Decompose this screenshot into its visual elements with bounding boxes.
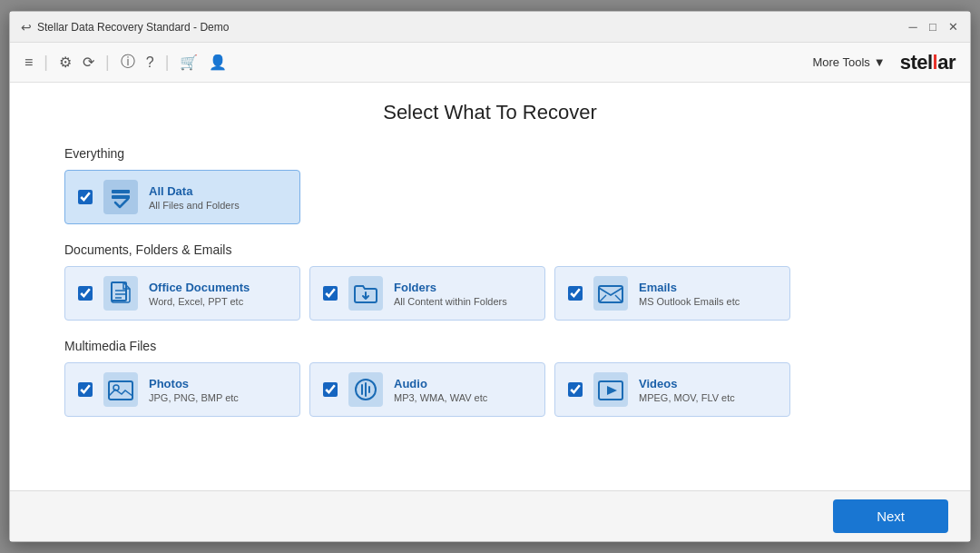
more-tools-label: More Tools	[812, 55, 869, 69]
videos-icon	[593, 372, 628, 407]
checkbox-folders[interactable]	[323, 286, 338, 301]
card-all-data[interactable]: All Data All Files and Folders	[64, 170, 300, 224]
multimedia-cards-row: Photos JPG, PNG, BMP etc	[64, 362, 916, 417]
svg-marker-11	[607, 386, 617, 395]
section-everything: Everything All Data A	[64, 146, 916, 224]
card-office-docs[interactable]: Office Documents Word, Excel, PPT etc	[64, 266, 300, 321]
all-data-title: All Data	[149, 184, 240, 198]
all-data-text: All Data All Files and Folders	[149, 184, 240, 211]
separator-1: |	[44, 53, 48, 72]
audio-subtitle: MP3, WMA, WAV etc	[394, 392, 487, 403]
toolbar-right: More Tools ▼ stellar	[812, 51, 956, 74]
window-controls: ─ □ ✕	[906, 21, 959, 34]
checkbox-audio-input[interactable]	[323, 382, 338, 397]
page-title: Select What To Recover	[64, 101, 916, 124]
office-docs-text: Office Documents Word, Excel, PPT etc	[149, 281, 250, 307]
cart-icon[interactable]: 🛒	[180, 54, 198, 71]
user-icon[interactable]: 👤	[209, 54, 227, 71]
checkbox-audio[interactable]	[323, 382, 338, 397]
section-multimedia: Multimedia Files Photos	[64, 339, 916, 417]
photos-subtitle: JPG, PNG, BMP etc	[149, 392, 239, 403]
card-photos[interactable]: Photos JPG, PNG, BMP etc	[64, 362, 300, 417]
folders-icon	[348, 276, 383, 311]
office-docs-title: Office Documents	[149, 281, 250, 294]
photos-title: Photos	[149, 377, 239, 390]
logo-accent: l	[933, 51, 938, 74]
stellar-logo: stellar	[900, 51, 956, 74]
history-icon[interactable]: ⟳	[83, 54, 94, 71]
checkbox-office-docs[interactable]	[78, 286, 93, 301]
documents-cards-row: Office Documents Word, Excel, PPT etc	[64, 266, 916, 321]
toolbar-left: ≡ | ⚙ ⟳ | ⓘ ? | 🛒 👤	[24, 53, 227, 72]
photos-icon	[103, 372, 138, 407]
all-data-icon	[103, 180, 138, 214]
videos-title: Videos	[639, 377, 735, 390]
checkbox-photos-input[interactable]	[78, 382, 93, 397]
next-button[interactable]: Next	[833, 499, 948, 533]
folders-text: Folders All Content within Folders	[394, 281, 507, 307]
more-tools-arrow: ▼	[874, 55, 886, 69]
emails-icon	[593, 276, 628, 311]
checkbox-emails-input[interactable]	[568, 286, 583, 301]
main-content: Select What To Recover Everything	[10, 83, 970, 490]
videos-subtitle: MPEG, MOV, FLV etc	[639, 392, 735, 403]
office-docs-icon	[103, 276, 138, 311]
emails-text: Emails MS Outlook Emails etc	[639, 281, 740, 307]
toolbar: ≡ | ⚙ ⟳ | ⓘ ? | 🛒 👤 More Tools ▼ stellar	[10, 43, 970, 83]
card-emails[interactable]: Emails MS Outlook Emails etc	[554, 266, 790, 321]
folders-title: Folders	[394, 281, 507, 294]
minimize-button[interactable]: ─	[906, 21, 919, 34]
office-docs-subtitle: Word, Excel, PPT etc	[149, 296, 250, 307]
window-title: Stellar Data Recovery Standard - Demo	[37, 21, 229, 34]
checkbox-folders-input[interactable]	[323, 286, 338, 301]
bottom-bar: Next	[10, 490, 970, 541]
section-documents: Documents, Folders & Emails	[64, 242, 916, 321]
checkbox-photos[interactable]	[78, 382, 93, 397]
menu-icon[interactable]: ≡	[24, 54, 33, 71]
svg-rect-7	[109, 381, 132, 400]
separator-3: |	[165, 53, 170, 72]
photos-text: Photos JPG, PNG, BMP etc	[149, 377, 239, 403]
title-bar-left: ↩ Stellar Data Recovery Standard - Demo	[21, 20, 229, 35]
checkbox-emails[interactable]	[568, 286, 583, 301]
checkbox-office-docs-input[interactable]	[78, 286, 93, 301]
maximize-button[interactable]: □	[926, 21, 939, 34]
svg-rect-0	[112, 190, 130, 193]
videos-text: Videos MPEG, MOV, FLV etc	[639, 377, 735, 403]
back-icon: ↩	[21, 20, 32, 35]
section-everything-label: Everything	[64, 146, 916, 161]
audio-title: Audio	[394, 377, 487, 390]
help-icon[interactable]: ?	[146, 54, 154, 71]
everything-cards-row: All Data All Files and Folders	[64, 170, 916, 224]
checkbox-videos-input[interactable]	[568, 382, 583, 397]
folders-subtitle: All Content within Folders	[394, 296, 507, 307]
card-videos[interactable]: Videos MPEG, MOV, FLV etc	[554, 362, 790, 417]
settings-icon[interactable]: ⚙	[59, 54, 72, 71]
separator-2: |	[105, 53, 110, 72]
checkbox-all-data-input[interactable]	[78, 190, 93, 204]
emails-subtitle: MS Outlook Emails etc	[639, 296, 740, 307]
all-data-subtitle: All Files and Folders	[149, 200, 240, 211]
audio-text: Audio MP3, WMA, WAV etc	[394, 377, 487, 403]
section-documents-label: Documents, Folders & Emails	[64, 242, 916, 257]
card-audio[interactable]: Audio MP3, WMA, WAV etc	[309, 362, 545, 417]
main-window: ↩ Stellar Data Recovery Standard - Demo …	[9, 11, 971, 542]
checkbox-videos[interactable]	[568, 382, 583, 397]
audio-icon	[348, 372, 383, 407]
section-multimedia-label: Multimedia Files	[64, 339, 916, 353]
emails-title: Emails	[639, 281, 740, 294]
checkbox-all-data[interactable]	[78, 190, 93, 204]
more-tools-button[interactable]: More Tools ▼	[812, 55, 885, 69]
card-folders[interactable]: Folders All Content within Folders	[309, 266, 545, 321]
info-icon[interactable]: ⓘ	[121, 53, 135, 72]
close-button[interactable]: ✕	[946, 21, 959, 34]
title-bar: ↩ Stellar Data Recovery Standard - Demo …	[10, 12, 970, 43]
